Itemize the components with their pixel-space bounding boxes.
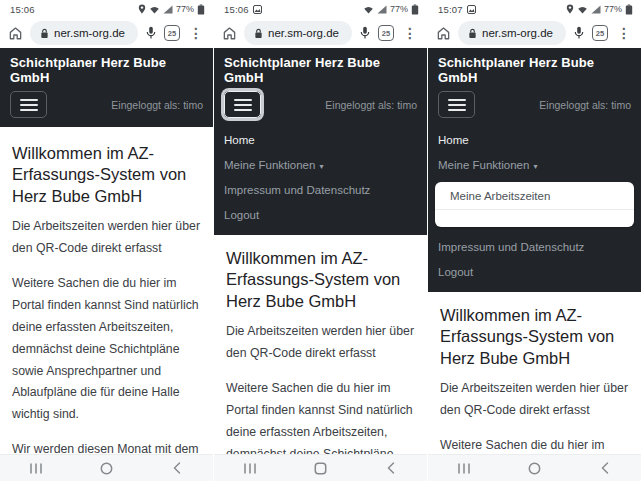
url-address-field[interactable]: ner.sm-org.de <box>244 21 352 45</box>
mic-icon[interactable] <box>145 26 157 40</box>
tab-switcher-button[interactable]: 25 <box>378 25 394 41</box>
paragraph: Weitere Sachen die du hier im Portal fin… <box>12 273 202 426</box>
logged-in-status: Eingeloggt als: timo <box>111 99 203 111</box>
wifi-icon <box>577 5 588 14</box>
site-title: Schichtplaner Herz Bube GmbH <box>438 55 631 85</box>
status-time: 15:07 <box>438 4 463 15</box>
hamburger-icon <box>233 98 253 112</box>
location-icon <box>566 4 574 14</box>
logged-in-status: Eingeloggt als: timo <box>325 99 417 111</box>
recents-icon[interactable] <box>0 463 71 474</box>
menu-item-home[interactable]: Home <box>224 127 417 152</box>
menu-item-meine-funktionen[interactable]: Meine Funktionen▾ <box>224 152 417 177</box>
lock-icon <box>40 28 49 39</box>
signal-icon <box>377 5 387 14</box>
home-nav-icon[interactable] <box>285 462 356 475</box>
home-icon[interactable] <box>8 26 23 41</box>
screenshot-status-icon <box>253 5 262 14</box>
home-icon[interactable] <box>436 26 451 41</box>
paragraph: Wir werden diesen Monat mit dem Probelau… <box>12 439 202 454</box>
kebab-menu-icon[interactable]: ⋮ <box>187 26 205 40</box>
url-text: ner.sm-org.de <box>482 27 553 39</box>
home-icon[interactable] <box>222 26 237 41</box>
home-nav-icon[interactable] <box>71 462 142 475</box>
android-nav-bar <box>428 454 641 481</box>
home-nav-icon[interactable] <box>499 462 570 475</box>
back-icon[interactable] <box>142 462 213 474</box>
url-address-field[interactable]: ner.sm-org.de <box>458 21 566 45</box>
caret-down-icon: ▾ <box>319 162 323 171</box>
screenshot-panel-3: 15:07 77% ner.sm-org.de 25 ⋮ Schichtplan… <box>428 0 641 488</box>
back-icon[interactable] <box>570 462 641 474</box>
hamburger-menu-button[interactable] <box>10 91 47 118</box>
battery-percent: 77% <box>390 4 408 14</box>
chrome-url-bar: ner.sm-org.de 25 ⋮ <box>428 18 641 48</box>
menu-item-impressum[interactable]: Impressum und Datenschutz <box>438 234 631 259</box>
kebab-menu-icon[interactable]: ⋮ <box>615 26 633 40</box>
site-header: Schichtplaner Herz Bube GmbH Eingeloggt … <box>214 48 427 127</box>
battery-percent: 77% <box>176 4 194 14</box>
menu-item-home[interactable]: Home <box>438 127 631 152</box>
android-status-bar: 15:07 77% <box>428 0 641 18</box>
wifi-icon <box>149 5 160 14</box>
screenshot-panel-1: 15:06 77% ner.sm-org.de 25 ⋮ Schichtplan… <box>0 0 213 488</box>
three-screenshot-strip: 15:06 77% ner.sm-org.de 25 ⋮ Schichtplan… <box>0 0 641 488</box>
recents-icon[interactable] <box>428 463 499 474</box>
meine-funktionen-dropdown: Meine Arbeitszeiten <box>435 182 634 227</box>
screenshot-status-icon <box>467 5 476 14</box>
page-content: Willkommen im AZ-Erfassungs-System von H… <box>214 235 427 454</box>
hamburger-menu-button[interactable] <box>224 91 261 118</box>
hamburger-menu-button[interactable] <box>438 91 475 118</box>
android-nav-bar <box>0 454 213 481</box>
hamburger-icon <box>19 98 39 112</box>
url-address-field[interactable]: ner.sm-org.de <box>30 21 138 45</box>
location-icon <box>138 4 146 14</box>
paragraph: Die Arbeitszeiten werden hier über den Q… <box>440 378 630 422</box>
recents-icon[interactable] <box>214 463 285 474</box>
paragraph: Weitere Sachen die du hier im Portal fin… <box>440 435 630 454</box>
screenshot-panel-2: 15:06 77% ner.sm-org.de 25 ⋮ Schichtplan… <box>214 0 427 488</box>
page-content: Willkommen im AZ-Erfassungs-System von H… <box>0 127 213 454</box>
site-header: Schichtplaner Herz Bube GmbH Eingeloggt … <box>428 48 641 127</box>
battery-percent: 77% <box>604 4 622 14</box>
nav-gesture-area <box>0 481 213 488</box>
menu-item-meine-funktionen[interactable]: Meine Funktionen▾ <box>438 152 631 177</box>
caret-down-icon: ▾ <box>533 162 537 171</box>
mic-icon[interactable] <box>359 26 371 40</box>
tab-switcher-button[interactable]: 25 <box>592 25 608 41</box>
lock-icon <box>254 28 263 39</box>
android-status-bar: 15:06 77% <box>214 0 427 18</box>
wifi-icon <box>363 5 374 14</box>
page-title: Willkommen im AZ-Erfassungs-System von H… <box>440 305 630 369</box>
tab-switcher-button[interactable]: 25 <box>164 25 180 41</box>
menu-item-impressum[interactable]: Impressum und Datenschutz <box>224 177 417 202</box>
mic-icon[interactable] <box>573 26 585 40</box>
battery-icon <box>625 4 633 15</box>
chrome-url-bar: ner.sm-org.de 25 ⋮ <box>0 18 213 48</box>
nav-gesture-area <box>214 481 427 488</box>
back-icon[interactable] <box>356 462 427 474</box>
paragraph: Die Arbeitszeiten werden hier über den Q… <box>12 216 202 260</box>
lock-icon <box>468 28 477 39</box>
page-content: Willkommen im AZ-Erfassungs-System von H… <box>428 292 641 454</box>
signal-icon <box>591 5 601 14</box>
url-text: ner.sm-org.de <box>268 27 339 39</box>
android-status-bar: 15:06 77% <box>0 0 213 18</box>
kebab-menu-icon[interactable]: ⋮ <box>401 26 419 40</box>
chrome-url-bar: ner.sm-org.de 25 ⋮ <box>214 18 427 48</box>
paragraph: Die Arbeitszeiten werden hier über den Q… <box>226 321 416 365</box>
status-time: 15:06 <box>224 4 249 15</box>
paragraph: Weitere Sachen die du hier im Portal fin… <box>226 378 416 454</box>
url-text: ner.sm-org.de <box>54 27 125 39</box>
site-title: Schichtplaner Herz Bube GmbH <box>10 55 203 85</box>
dropdown-item-meine-arbeitszeiten[interactable]: Meine Arbeitszeiten <box>435 182 634 210</box>
menu-item-logout[interactable]: Logout <box>438 259 631 284</box>
battery-icon <box>411 4 419 15</box>
android-nav-bar <box>214 454 427 481</box>
page-title: Willkommen im AZ-Erfassungs-System von H… <box>226 248 416 312</box>
menu-item-logout[interactable]: Logout <box>224 202 417 227</box>
site-header: Schichtplaner Herz Bube GmbH Eingeloggt … <box>0 48 213 127</box>
nav-menu: Home Meine Funktionen▾ Impressum und Dat… <box>214 127 427 235</box>
page-title: Willkommen im AZ-Erfassungs-System von H… <box>12 143 202 207</box>
battery-icon <box>197 4 205 15</box>
